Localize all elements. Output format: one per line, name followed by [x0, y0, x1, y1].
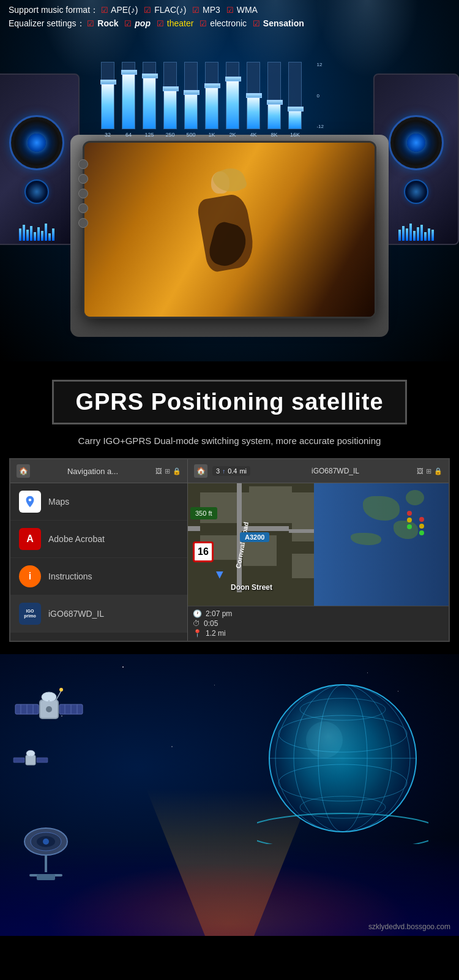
traffic-yellow-2 — [419, 524, 424, 529]
map-road-v1 — [237, 480, 242, 526]
control-btn-1[interactable] — [78, 159, 88, 169]
check-icon-wma: ☑ — [226, 6, 234, 15]
acrobat-icon: A — [19, 528, 41, 550]
turn-number: 3 — [216, 467, 220, 475]
speaker-center-left — [28, 134, 46, 152]
eq-band-16k: 12 0 -12 16K — [288, 62, 302, 138]
eq-band-2k: 2K — [226, 62, 239, 138]
check-icon-mp3: ☑ — [192, 6, 200, 15]
eq-band-125: 125 — [143, 62, 156, 138]
nav-time: 2:07 pm — [206, 609, 232, 618]
grid-icon: ⊞ — [165, 467, 170, 475]
traffic-red-2 — [419, 517, 424, 522]
nav-distance-row: 📍 1.2 mi — [193, 629, 444, 638]
clock-icon: 🕐 — [193, 609, 202, 618]
distance-icon: 📍 — [193, 629, 202, 638]
svg-point-38 — [306, 722, 343, 758]
traffic-lights-2 — [419, 517, 424, 535]
eq-theater: theater — [167, 18, 194, 28]
format-flac: FLAC(♪) — [154, 5, 186, 15]
guitarist-bg — [84, 143, 375, 317]
app-item-acrobat[interactable]: A Adobe Acrobat — [10, 521, 187, 558]
app-item-igo[interactable]: IGOprimo iGO687WD_IL — [10, 595, 187, 633]
eq-electronic: electronic — [210, 18, 247, 28]
nav-image-icon: 🖼 — [417, 467, 424, 475]
gps-title-box: GPRS Positioning satellite — [52, 380, 407, 424]
nav-right-header: 🏠 3 ↑ 0.4 mi iGO687WD_IL 🖼 ⊞ 🔒 — [188, 459, 449, 483]
image-icon: 🖼 — [155, 467, 162, 475]
svg-point-37 — [269, 685, 416, 832]
gps-section: GPRS Positioning satellite Carry IGO+GPR… — [0, 361, 459, 654]
speaker-tweeter-right — [404, 179, 428, 204]
speaker-woofer-right — [389, 115, 444, 170]
nav-home-icon[interactable]: 🏠 — [194, 464, 207, 478]
traffic-green-2 — [419, 530, 424, 535]
nav-time-row: 🕐 2:07 pm — [193, 609, 444, 618]
road-label-a3200: A3200 — [240, 532, 269, 542]
igo-icon: IGOprimo — [19, 603, 41, 625]
nav-header-icons-right: 🖼 ⊞ 🔒 — [417, 467, 442, 475]
gps-title: GPRS Positioning satellite — [66, 389, 393, 415]
control-btn-2[interactable] — [78, 174, 88, 184]
distance-box: 350 ft — [190, 507, 217, 519]
app-item-maps[interactable]: Maps — [10, 483, 187, 521]
instructions-icon: i — [19, 565, 41, 587]
format-wma: WMA — [237, 5, 258, 15]
nav-arrow: ▲ — [214, 568, 226, 582]
check-icon-sensation: ☑ — [253, 19, 260, 28]
nav-left-header: 🏠 Navigation a... 🖼 ⊞ 🔒 — [10, 459, 187, 483]
eq-band-1k: 1K — [205, 62, 218, 138]
website-footer: szklydedvd.bossgoo.com — [368, 922, 450, 931]
eq-label: Equalizer settings： — [9, 18, 85, 28]
eq-vis-right — [398, 222, 434, 241]
eq-line: Equalizer settings： ☑ Rock ☑ pop ☑ theat… — [9, 18, 450, 29]
check-icon-theater: ☑ — [157, 19, 164, 28]
check-icon-rock: ☑ — [87, 19, 94, 28]
nav-header-icons: 🖼 ⊞ 🔒 — [155, 467, 181, 475]
format-ape: APE(♪) — [111, 5, 138, 15]
app-item-instructions[interactable]: i Instructions — [10, 558, 187, 595]
turn-indicator: 3 ↑ 0.4 mi — [212, 466, 250, 476]
igo-label: iGO687WD_IL — [48, 609, 104, 619]
turn-unit: mi — [239, 467, 247, 475]
nav-grid-icon: ⊞ — [426, 467, 431, 475]
timer-icon: ⏱ — [193, 619, 200, 628]
nav-header-title: Navigation a... — [35, 467, 151, 476]
eq-band-4k: 4K — [247, 62, 260, 138]
nav-lock-icon: 🔒 — [434, 467, 442, 475]
svg-point-22 — [43, 839, 49, 845]
nav-remaining: 1.2 mi — [206, 629, 226, 638]
check-icon-ape: ☑ — [101, 6, 108, 15]
format-mp3: MP3 — [203, 5, 220, 15]
speed-limit-box: 16 — [193, 541, 214, 562]
continent-3 — [351, 533, 381, 545]
continent-1 — [363, 496, 400, 521]
map-building-3 — [249, 486, 292, 523]
nav-route-title: iGO687WD_IL — [259, 467, 412, 475]
format-line: Support music format： ☑ APE(♪) ☑ FLAC(♪)… — [9, 5, 450, 16]
maps-icon — [19, 491, 41, 513]
nav-duration-row: ⏱ 0:05 — [193, 619, 444, 628]
traffic-red — [407, 511, 412, 516]
turn-distance: 0.4 — [228, 467, 237, 475]
eq-vis-left — [19, 222, 54, 241]
headunit-controls-left — [78, 159, 88, 228]
speaker-center-right — [407, 134, 425, 152]
guitarist-figure — [193, 168, 266, 291]
music-section: Support music format： ☑ APE(♪) ☑ FLAC(♪)… — [0, 0, 459, 361]
check-icon-pop: ☑ — [124, 19, 132, 28]
gps-subtitle: Carry IGO+GPRS Dual-mode switching syste… — [0, 435, 459, 446]
control-btn-4[interactable] — [78, 203, 88, 213]
lock-icon: 🔒 — [173, 467, 181, 475]
speaker-woofer-left — [9, 115, 64, 170]
eq-scale: 12 0 -12 — [316, 62, 324, 129]
small-satellite — [12, 746, 49, 779]
check-icon-flac: ☑ — [144, 6, 151, 15]
control-btn-3[interactable] — [78, 189, 88, 198]
control-btn-5[interactable] — [78, 218, 88, 228]
satellite-object — [12, 679, 86, 747]
svg-rect-16 — [37, 758, 48, 763]
svg-point-13 — [59, 688, 63, 692]
home-icon[interactable]: 🏠 — [17, 464, 30, 478]
globe-container — [257, 673, 428, 844]
